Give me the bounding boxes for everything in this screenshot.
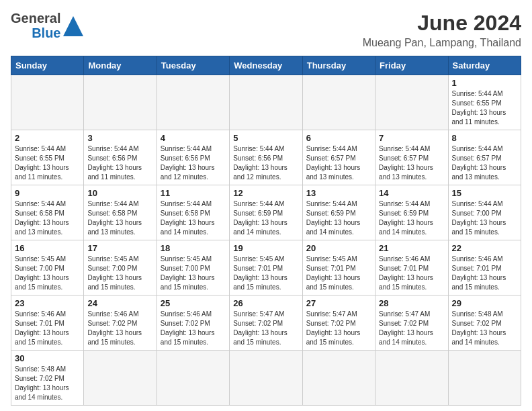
day-info: Sunrise: 5:46 AM Sunset: 7:01 PM Dayligh…	[452, 255, 517, 292]
calendar-day-cell: 8Sunrise: 5:44 AM Sunset: 6:57 PM Daylig…	[448, 130, 521, 185]
day-number: 3	[87, 133, 152, 143]
calendar-day-cell: 2Sunrise: 5:44 AM Sunset: 6:55 PM Daylig…	[11, 130, 84, 185]
day-number: 19	[233, 243, 298, 253]
weekday-header-monday: Monday	[84, 56, 157, 75]
day-info: Sunrise: 5:44 AM Sunset: 6:58 PM Dayligh…	[161, 199, 226, 237]
page-title: June 2024	[363, 11, 521, 36]
day-number: 25	[161, 298, 226, 308]
day-number: 26	[233, 298, 298, 308]
logo: General Blue	[11, 11, 82, 40]
day-info: Sunrise: 5:46 AM Sunset: 7:01 PM Dayligh…	[379, 255, 444, 292]
calendar-table: SundayMondayTuesdayWednesdayThursdayFrid…	[11, 56, 521, 406]
day-number: 20	[306, 243, 371, 253]
day-number: 9	[15, 188, 80, 198]
day-number: 2	[15, 133, 80, 143]
day-number: 21	[379, 243, 444, 253]
day-info: Sunrise: 5:44 AM Sunset: 6:59 PM Dayligh…	[379, 199, 444, 237]
calendar-day-cell: 7Sunrise: 5:44 AM Sunset: 6:57 PM Daylig…	[375, 130, 448, 185]
calendar-day-cell: 1Sunrise: 5:44 AM Sunset: 6:55 PM Daylig…	[448, 75, 521, 130]
calendar-day-cell: 19Sunrise: 5:45 AM Sunset: 7:01 PM Dayli…	[230, 240, 302, 295]
calendar-day-cell: 13Sunrise: 5:44 AM Sunset: 6:59 PM Dayli…	[302, 185, 375, 240]
calendar-day-cell	[375, 351, 448, 406]
day-info: Sunrise: 5:48 AM Sunset: 7:02 PM Dayligh…	[452, 310, 517, 347]
calendar-day-cell: 29Sunrise: 5:48 AM Sunset: 7:02 PM Dayli…	[448, 295, 521, 351]
calendar-day-cell: 10Sunrise: 5:44 AM Sunset: 6:58 PM Dayli…	[84, 185, 157, 240]
calendar-day-cell: 24Sunrise: 5:46 AM Sunset: 7:02 PM Dayli…	[84, 295, 157, 351]
calendar-day-cell: 15Sunrise: 5:44 AM Sunset: 7:00 PM Dayli…	[448, 185, 521, 240]
day-info: Sunrise: 5:44 AM Sunset: 6:57 PM Dayligh…	[379, 144, 444, 182]
calendar-day-cell: 5Sunrise: 5:44 AM Sunset: 6:56 PM Daylig…	[230, 130, 302, 185]
calendar-day-cell	[302, 351, 375, 406]
calendar-day-cell: 18Sunrise: 5:45 AM Sunset: 7:00 PM Dayli…	[157, 240, 229, 295]
day-info: Sunrise: 5:45 AM Sunset: 7:00 PM Dayligh…	[15, 255, 80, 292]
calendar-day-cell: 11Sunrise: 5:44 AM Sunset: 6:58 PM Dayli…	[157, 185, 229, 240]
calendar-day-cell	[157, 351, 229, 406]
calendar-day-cell: 25Sunrise: 5:46 AM Sunset: 7:02 PM Dayli…	[157, 295, 229, 351]
calendar-day-cell	[375, 75, 448, 130]
day-info: Sunrise: 5:46 AM Sunset: 7:02 PM Dayligh…	[87, 310, 152, 347]
day-info: Sunrise: 5:44 AM Sunset: 6:57 PM Dayligh…	[306, 144, 371, 182]
calendar-week-row: 23Sunrise: 5:46 AM Sunset: 7:01 PM Dayli…	[11, 295, 521, 351]
day-info: Sunrise: 5:44 AM Sunset: 7:00 PM Dayligh…	[452, 199, 517, 237]
logo-blue-text: Blue	[32, 26, 60, 40]
day-number: 4	[161, 133, 226, 143]
weekday-header-thursday: Thursday	[302, 56, 375, 75]
day-number: 24	[87, 298, 152, 308]
day-number: 28	[379, 298, 444, 308]
calendar-day-cell: 23Sunrise: 5:46 AM Sunset: 7:01 PM Dayli…	[11, 295, 84, 351]
day-number: 16	[15, 243, 80, 253]
day-info: Sunrise: 5:44 AM Sunset: 6:58 PM Dayligh…	[87, 199, 152, 237]
day-number: 6	[306, 133, 371, 143]
calendar-day-cell	[230, 351, 302, 406]
calendar-day-cell: 14Sunrise: 5:44 AM Sunset: 6:59 PM Dayli…	[375, 185, 448, 240]
calendar-day-cell: 28Sunrise: 5:47 AM Sunset: 7:02 PM Dayli…	[375, 295, 448, 351]
day-info: Sunrise: 5:44 AM Sunset: 6:55 PM Dayligh…	[15, 144, 80, 182]
day-info: Sunrise: 5:45 AM Sunset: 7:01 PM Dayligh…	[233, 255, 298, 292]
day-info: Sunrise: 5:44 AM Sunset: 6:55 PM Dayligh…	[452, 89, 517, 127]
calendar-day-cell: 17Sunrise: 5:45 AM Sunset: 7:00 PM Dayli…	[84, 240, 157, 295]
day-info: Sunrise: 5:45 AM Sunset: 7:00 PM Dayligh…	[87, 255, 152, 292]
day-info: Sunrise: 5:44 AM Sunset: 6:58 PM Dayligh…	[15, 199, 80, 237]
day-info: Sunrise: 5:45 AM Sunset: 7:01 PM Dayligh…	[306, 255, 371, 292]
calendar-day-cell: 9Sunrise: 5:44 AM Sunset: 6:58 PM Daylig…	[11, 185, 84, 240]
day-number: 13	[306, 188, 371, 198]
day-info: Sunrise: 5:46 AM Sunset: 7:01 PM Dayligh…	[15, 310, 80, 347]
calendar-day-cell: 6Sunrise: 5:44 AM Sunset: 6:57 PM Daylig…	[302, 130, 375, 185]
page-subtitle: Mueang Pan, Lampang, Thailand	[363, 37, 521, 49]
calendar-day-cell	[230, 75, 302, 130]
calendar-day-cell	[11, 75, 84, 130]
day-number: 23	[15, 298, 80, 308]
calendar-week-row: 2Sunrise: 5:44 AM Sunset: 6:55 PM Daylig…	[11, 130, 521, 185]
calendar-day-cell: 12Sunrise: 5:44 AM Sunset: 6:59 PM Dayli…	[230, 185, 302, 240]
calendar-week-row: 9Sunrise: 5:44 AM Sunset: 6:58 PM Daylig…	[11, 185, 521, 240]
day-info: Sunrise: 5:46 AM Sunset: 7:02 PM Dayligh…	[161, 310, 226, 347]
calendar-day-cell: 30Sunrise: 5:48 AM Sunset: 7:02 PM Dayli…	[11, 351, 84, 406]
day-info: Sunrise: 5:44 AM Sunset: 6:57 PM Dayligh…	[452, 144, 517, 182]
calendar-day-cell	[157, 75, 229, 130]
day-number: 27	[306, 298, 371, 308]
day-number: 5	[233, 133, 298, 143]
calendar-day-cell: 21Sunrise: 5:46 AM Sunset: 7:01 PM Dayli…	[375, 240, 448, 295]
logo-triangle-icon	[63, 16, 82, 35]
svg-marker-0	[63, 16, 83, 36]
day-number: 30	[15, 353, 80, 363]
day-info: Sunrise: 5:48 AM Sunset: 7:02 PM Dayligh…	[15, 365, 80, 402]
day-number: 8	[452, 133, 517, 143]
calendar-day-cell: 3Sunrise: 5:44 AM Sunset: 6:56 PM Daylig…	[84, 130, 157, 185]
calendar-week-row: 16Sunrise: 5:45 AM Sunset: 7:00 PM Dayli…	[11, 240, 521, 295]
day-info: Sunrise: 5:45 AM Sunset: 7:00 PM Dayligh…	[161, 255, 226, 292]
calendar-day-cell: 26Sunrise: 5:47 AM Sunset: 7:02 PM Dayli…	[230, 295, 302, 351]
day-info: Sunrise: 5:47 AM Sunset: 7:02 PM Dayligh…	[379, 310, 444, 347]
weekday-header-wednesday: Wednesday	[230, 56, 302, 75]
day-info: Sunrise: 5:44 AM Sunset: 6:56 PM Dayligh…	[233, 144, 298, 182]
day-number: 11	[161, 188, 226, 198]
weekday-header-tuesday: Tuesday	[157, 56, 229, 75]
day-number: 17	[87, 243, 152, 253]
day-number: 10	[87, 188, 152, 198]
day-number: 15	[452, 188, 517, 198]
day-info: Sunrise: 5:44 AM Sunset: 6:59 PM Dayligh…	[233, 199, 298, 237]
calendar-day-cell	[302, 75, 375, 130]
weekday-header-row: SundayMondayTuesdayWednesdayThursdayFrid…	[11, 56, 521, 75]
weekday-header-friday: Friday	[375, 56, 448, 75]
day-number: 12	[233, 188, 298, 198]
